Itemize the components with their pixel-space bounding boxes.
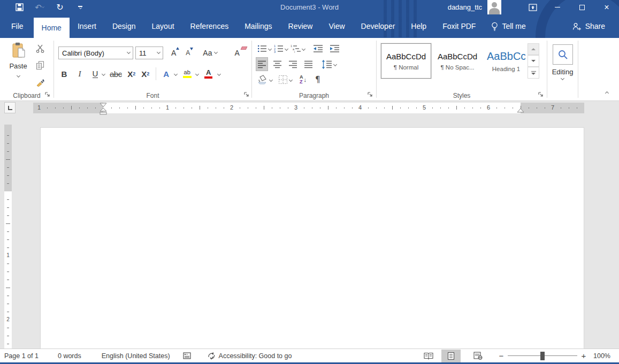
maximize-button[interactable] xyxy=(570,0,594,14)
font-size-combobox[interactable]: 11 xyxy=(135,47,163,59)
shrink-font-button[interactable]: A xyxy=(183,46,193,60)
tab-home[interactable]: Home xyxy=(34,18,70,38)
numbering-button[interactable]: 1 2 3 xyxy=(273,43,285,55)
vertical-ruler[interactable]: 12 xyxy=(4,125,12,348)
tab-review[interactable]: Review xyxy=(280,14,321,38)
align-right-button[interactable] xyxy=(287,58,299,71)
read-mode-button[interactable] xyxy=(419,350,438,362)
superscript-button[interactable]: X2 xyxy=(140,66,151,81)
underline-button[interactable]: U xyxy=(89,66,101,81)
text-effects-dropdown-icon[interactable] xyxy=(174,72,178,75)
hanging-indent-marker[interactable] xyxy=(100,108,107,115)
tab-developer[interactable]: Developer xyxy=(353,14,403,38)
strikethrough-button[interactable]: abc xyxy=(108,66,124,81)
zoom-percentage[interactable]: 100% xyxy=(588,352,616,360)
styles-gallery-more-button[interactable] xyxy=(528,67,539,79)
tab-mailings[interactable]: Mailings xyxy=(236,14,280,38)
bold-button[interactable]: B xyxy=(58,66,70,81)
paragraph-dialog-launcher[interactable] xyxy=(366,91,374,98)
undo-dropdown-icon[interactable] xyxy=(42,5,44,8)
bullets-dropdown-icon[interactable] xyxy=(268,47,272,50)
minimize-button[interactable] xyxy=(545,0,570,14)
proofing-status-button[interactable] xyxy=(183,352,191,360)
line-spacing-button[interactable] xyxy=(320,58,333,71)
web-layout-button[interactable] xyxy=(468,350,487,362)
first-line-indent-marker[interactable] xyxy=(100,103,107,107)
print-layout-button[interactable] xyxy=(441,350,461,362)
zoom-out-button[interactable]: − xyxy=(497,351,506,360)
styles-scroll-up-button[interactable] xyxy=(528,43,539,55)
styles-dialog-launcher[interactable] xyxy=(537,91,545,98)
underline-dropdown-icon[interactable] xyxy=(102,72,105,75)
clear-formatting-button[interactable]: A xyxy=(232,46,242,60)
clipboard-dialog-launcher[interactable] xyxy=(44,91,51,98)
tab-references[interactable]: References xyxy=(182,14,237,38)
numbering-dropdown-icon[interactable] xyxy=(285,47,288,50)
font-color-button[interactable]: A xyxy=(203,66,215,81)
style-normal[interactable]: AaBbCcDd ¶ Normal xyxy=(381,43,431,79)
undo-button[interactable]: ↶ xyxy=(34,2,45,13)
horizontal-ruler[interactable]: 11234567 xyxy=(33,103,584,113)
paste-dropdown-icon[interactable] xyxy=(16,74,20,78)
font-color-dropdown-icon[interactable] xyxy=(217,72,221,75)
style-no-spacing[interactable]: AaBbCcDd ¶ No Spac... xyxy=(434,43,481,79)
borders-dropdown-icon[interactable] xyxy=(289,78,293,81)
decrease-indent-button[interactable] xyxy=(312,43,324,55)
cut-button[interactable] xyxy=(34,43,46,54)
multilevel-list-button[interactable]: 1 a i xyxy=(289,43,302,55)
redo-button[interactable]: ↻ xyxy=(55,2,65,13)
editing-dropdown-icon[interactable] xyxy=(561,76,564,80)
customize-qat-button[interactable] xyxy=(75,2,86,13)
page-count-status[interactable]: Page 1 of 1 xyxy=(4,352,39,360)
share-button[interactable]: Share xyxy=(559,14,619,38)
text-highlight-button[interactable]: ab xyxy=(181,66,193,81)
font-name-dropdown-icon[interactable] xyxy=(124,52,133,53)
increase-indent-button[interactable] xyxy=(328,43,341,55)
highlight-dropdown-icon[interactable] xyxy=(195,72,199,75)
shading-button[interactable] xyxy=(256,74,269,86)
shading-dropdown-icon[interactable] xyxy=(269,78,273,81)
tab-stop-selector[interactable] xyxy=(4,102,16,113)
line-spacing-dropdown-icon[interactable] xyxy=(333,62,337,66)
italic-button[interactable]: I xyxy=(74,66,86,81)
font-name-combobox[interactable]: Calibri (Body) xyxy=(58,47,133,59)
copy-button[interactable] xyxy=(34,60,46,71)
multilevel-dropdown-icon[interactable] xyxy=(302,47,305,50)
zoom-in-button[interactable]: + xyxy=(579,351,588,360)
align-left-button[interactable] xyxy=(256,58,268,71)
zoom-slider-thumb[interactable] xyxy=(540,352,545,360)
change-case-button[interactable]: Aa xyxy=(200,46,220,60)
paste-button[interactable]: Paste xyxy=(5,42,31,91)
format-painter-button[interactable] xyxy=(34,76,46,87)
justify-button[interactable] xyxy=(303,58,314,71)
close-button[interactable]: × xyxy=(594,0,619,14)
tab-help[interactable]: Help xyxy=(403,14,434,38)
bullets-button[interactable] xyxy=(256,43,268,55)
word-count-status[interactable]: 0 words xyxy=(58,352,81,360)
font-dialog-launcher[interactable] xyxy=(243,91,250,98)
tell-me-button[interactable]: Tell me xyxy=(484,14,533,38)
tab-view[interactable]: View xyxy=(320,14,353,38)
show-hide-marks-button[interactable]: ¶ xyxy=(314,74,322,86)
right-indent-marker[interactable] xyxy=(517,108,524,113)
text-effects-button[interactable]: A xyxy=(161,66,172,81)
collapse-ribbon-button[interactable] xyxy=(600,88,614,97)
editing-button[interactable] xyxy=(553,44,573,65)
tab-layout[interactable]: Layout xyxy=(144,14,182,38)
ribbon-display-options-button[interactable] xyxy=(521,0,545,14)
subscript-button[interactable]: X2 xyxy=(126,66,137,81)
document-page[interactable] xyxy=(40,127,584,348)
align-center-button[interactable] xyxy=(272,58,283,71)
accessibility-status-button[interactable]: Accessibility: Good to go xyxy=(207,352,292,360)
avatar[interactable] xyxy=(487,0,501,14)
zoom-slider[interactable] xyxy=(508,352,577,360)
styles-scroll-down-button[interactable] xyxy=(528,55,539,67)
sort-button[interactable]: A Z ↓ xyxy=(299,74,308,86)
style-heading-1[interactable]: AaBbCcDd Heading 1 xyxy=(484,43,529,79)
tab-file[interactable]: File xyxy=(1,14,34,38)
tab-insert[interactable]: Insert xyxy=(70,14,104,38)
account-name[interactable]: dadang_ttc xyxy=(448,3,482,11)
tab-foxit-pdf[interactable]: Foxit PDF xyxy=(434,14,484,38)
save-button[interactable] xyxy=(14,2,25,13)
language-status[interactable]: English (United States) xyxy=(102,352,170,360)
